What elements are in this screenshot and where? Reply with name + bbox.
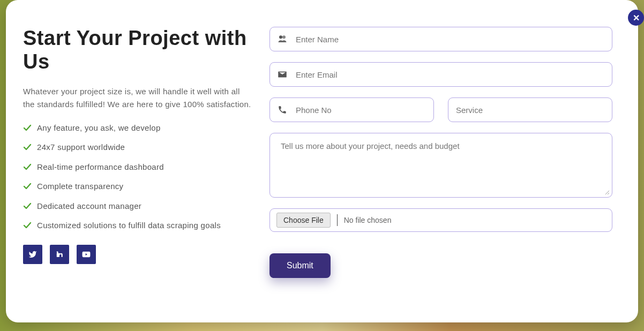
file-status-label: No file chosen — [344, 216, 392, 224]
file-separator — [337, 214, 338, 226]
phone-field-wrapper — [269, 97, 434, 122]
social-links — [23, 245, 253, 264]
list-item: 24x7 support worldwide — [23, 141, 253, 154]
check-icon — [23, 182, 32, 191]
modal-left: Start Your Project with Us Whatever your… — [23, 27, 253, 301]
list-item: Dedicated account manager — [23, 200, 253, 213]
person-icon — [278, 34, 287, 44]
project-modal: Start Your Project with Us Whatever your… — [6, 0, 638, 322]
email-input[interactable] — [296, 70, 604, 79]
linkedin-link[interactable] — [50, 245, 69, 264]
phone-icon — [278, 105, 287, 115]
feature-label: Real-time performance dashboard — [37, 161, 164, 174]
youtube-link[interactable] — [77, 245, 96, 264]
list-item: Complete transparency — [23, 180, 253, 193]
feature-label: Dedicated account manager — [37, 200, 141, 213]
check-icon — [23, 124, 32, 132]
service-field-wrapper — [448, 97, 612, 122]
check-icon — [23, 163, 32, 171]
modal-right: Choose File No file chosen Submit — [269, 27, 621, 301]
svg-rect-0 — [57, 253, 58, 257]
check-icon — [23, 143, 32, 152]
page-description: Whatever your project size is, we will h… — [23, 85, 253, 110]
page-title: Start Your Project with Us — [23, 27, 253, 73]
twitter-icon — [28, 250, 37, 259]
message-field-wrapper — [269, 133, 612, 198]
svg-point-3 — [282, 35, 286, 39]
check-icon — [23, 202, 32, 210]
twitter-link[interactable] — [23, 245, 42, 264]
list-item: Any feature, you ask, we develop — [23, 122, 253, 134]
feature-list: Any feature, you ask, we develop 24x7 su… — [23, 122, 253, 232]
choose-file-button[interactable]: Choose File — [276, 213, 331, 228]
svg-point-1 — [57, 251, 58, 252]
message-textarea[interactable] — [281, 141, 601, 187]
list-item: Customized solutions to fulfill data scr… — [23, 220, 253, 232]
list-item: Real-time performance dashboard — [23, 161, 253, 174]
resize-handle-icon — [603, 189, 610, 195]
service-input[interactable] — [456, 106, 604, 115]
youtube-icon — [82, 250, 91, 259]
phone-service-row — [269, 97, 612, 122]
submit-button[interactable]: Submit — [269, 253, 331, 278]
linkedin-icon — [56, 251, 63, 258]
envelope-icon — [278, 70, 287, 79]
close-icon: ✕ — [633, 13, 640, 23]
name-input[interactable] — [296, 35, 604, 44]
email-field-wrapper — [269, 62, 612, 87]
file-field-wrapper: Choose File No file chosen — [269, 208, 612, 232]
feature-label: Any feature, you ask, we develop — [37, 122, 161, 134]
feature-label: 24x7 support worldwide — [37, 141, 125, 154]
close-button[interactable]: ✕ — [628, 10, 644, 26]
svg-point-2 — [279, 35, 282, 39]
name-field-wrapper — [269, 27, 612, 51]
phone-input[interactable] — [296, 106, 426, 115]
check-icon — [23, 221, 32, 230]
feature-label: Customized solutions to fulfill data scr… — [37, 220, 221, 232]
feature-label: Complete transparency — [37, 180, 123, 193]
